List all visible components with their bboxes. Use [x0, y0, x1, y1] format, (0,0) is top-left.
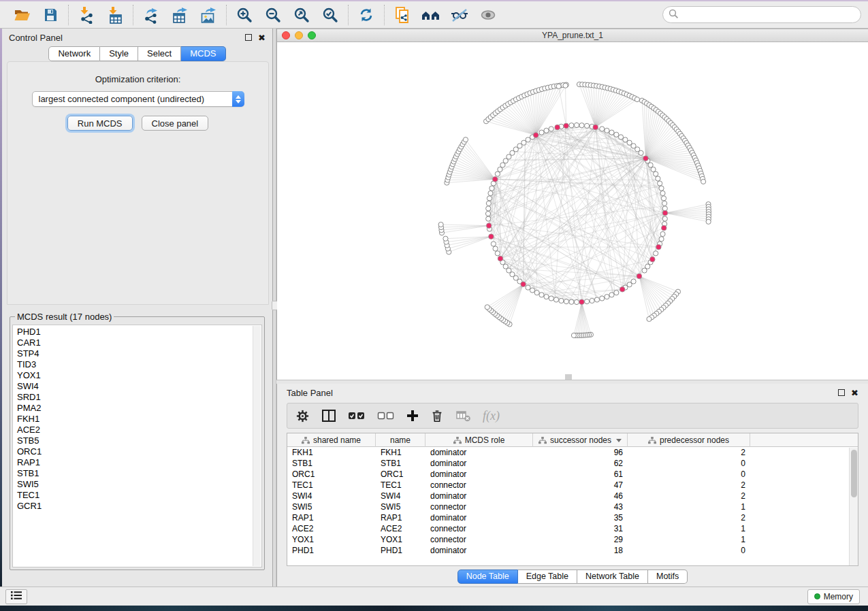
table-cell[interactable]: 1	[628, 535, 750, 544]
table-cell[interactable]: TEC1	[287, 480, 376, 490]
tab-network[interactable]: Network	[48, 46, 100, 61]
mcds-result-item[interactable]: TEC1	[17, 490, 261, 501]
mcds-result-item[interactable]: SWI5	[17, 479, 261, 490]
network-node[interactable]	[584, 123, 589, 128]
network-node[interactable]	[526, 137, 530, 142]
network-hub-node[interactable]	[486, 223, 492, 229]
mcds-result-item[interactable]: SWI4	[17, 381, 261, 392]
network-node[interactable]	[574, 299, 579, 304]
network-node[interactable]	[634, 97, 639, 101]
network-hub-node[interactable]	[620, 287, 625, 293]
network-hub-node[interactable]	[521, 282, 526, 287]
network-node[interactable]	[618, 135, 623, 139]
network-node[interactable]	[642, 268, 647, 273]
network-hub-node[interactable]	[656, 244, 662, 250]
add-column-icon[interactable]	[406, 410, 419, 422]
network-hub-node[interactable]	[661, 225, 666, 231]
network-node[interactable]	[486, 216, 491, 221]
network-node[interactable]	[549, 296, 553, 301]
table-row[interactable]: ACE2ACE2connector311	[287, 523, 858, 534]
table-cell[interactable]: TEC1	[376, 480, 425, 490]
run-mcds-button[interactable]: Run MCDS	[67, 116, 133, 131]
network-node[interactable]	[623, 137, 628, 142]
network-node[interactable]	[609, 130, 614, 135]
network-node[interactable]	[503, 264, 508, 269]
network-node[interactable]	[614, 291, 619, 295]
vertical-splitter[interactable]	[272, 29, 276, 587]
select-all-columns-icon[interactable]	[348, 411, 366, 420]
tab-select[interactable]: Select	[138, 46, 181, 61]
deselect-all-columns-icon[interactable]	[377, 411, 395, 420]
tab-motifs[interactable]: Motifs	[648, 569, 688, 584]
optimization-criterion-select[interactable]: largest connected component (undirected)	[32, 91, 244, 107]
network-from-selection-button[interactable]	[391, 5, 414, 25]
table-scrollbar-thumb[interactable]	[851, 450, 857, 497]
table-row[interactable]: TEC1TEC1connector472	[287, 480, 858, 491]
network-hub-node[interactable]	[650, 257, 656, 262]
network-node[interactable]	[556, 84, 561, 88]
hide-selected-button[interactable]	[448, 5, 471, 25]
table-cell[interactable]: PHD1	[376, 546, 425, 555]
network-node[interactable]	[648, 163, 653, 167]
memory-button[interactable]: Memory	[807, 589, 860, 604]
network-node[interactable]	[662, 216, 667, 221]
tab-style[interactable]: Style	[100, 46, 138, 61]
table-cell[interactable]: STB1	[376, 459, 425, 468]
table-cell[interactable]: 31	[533, 524, 628, 533]
network-node[interactable]	[544, 128, 549, 133]
show-all-button[interactable]	[477, 5, 500, 25]
network-hub-node[interactable]	[579, 299, 585, 305]
network-node[interactable]	[569, 299, 574, 304]
table-row[interactable]: RAP1RAP1dominator352	[287, 512, 858, 523]
network-hub-node[interactable]	[643, 156, 649, 161]
network-node[interactable]	[486, 206, 491, 211]
network-node[interactable]	[706, 219, 711, 224]
table-cell[interactable]: connector	[425, 480, 533, 490]
network-node[interactable]	[564, 299, 568, 304]
network-node[interactable]	[493, 246, 498, 251]
table-cell[interactable]: connector	[425, 535, 533, 544]
network-node[interactable]	[498, 167, 502, 171]
network-node[interactable]	[487, 196, 492, 201]
network-node[interactable]	[463, 137, 468, 142]
network-node[interactable]	[658, 181, 662, 186]
mcds-list-scrollbar[interactable]	[253, 326, 261, 566]
table-cell[interactable]: ACE2	[376, 524, 425, 533]
network-node[interactable]	[654, 171, 658, 176]
network-node[interactable]	[659, 186, 664, 191]
table-cell[interactable]: dominator	[425, 546, 533, 555]
network-node[interactable]	[579, 123, 584, 128]
table-row[interactable]: STB1STB1dominator620	[287, 458, 858, 469]
mcds-result-item[interactable]: RAP1	[17, 457, 261, 468]
network-node[interactable]	[654, 251, 658, 256]
delete-table-icon[interactable]	[455, 409, 471, 423]
table-cell[interactable]: YOX1	[287, 535, 376, 544]
network-node[interactable]	[662, 201, 667, 205]
table-row[interactable]: ORC1ORC1dominator610	[287, 469, 858, 480]
network-node[interactable]	[443, 236, 448, 241]
table-cell[interactable]: 43	[533, 502, 628, 512]
mcds-result-item[interactable]: STB1	[17, 468, 261, 479]
table-cell[interactable]: FKH1	[376, 448, 425, 457]
mcds-result-item[interactable]: STP4	[17, 348, 261, 359]
network-node[interactable]	[594, 297, 599, 302]
open-file-button[interactable]	[10, 5, 33, 25]
network-node[interactable]	[651, 167, 656, 171]
network-node[interactable]	[534, 291, 539, 295]
tab-edge-table[interactable]: Edge Table	[518, 569, 577, 584]
network-node[interactable]	[559, 298, 564, 303]
network-node[interactable]	[614, 132, 619, 137]
table-cell[interactable]: dominator	[425, 469, 533, 479]
mcds-result-item[interactable]: FKH1	[17, 414, 261, 425]
column-header-name[interactable]: name	[376, 433, 425, 447]
network-node[interactable]	[571, 333, 576, 337]
table-cell[interactable]: dominator	[425, 513, 533, 523]
network-hub-node[interactable]	[637, 274, 642, 279]
mcds-result-item[interactable]: GCR1	[17, 501, 261, 512]
mcds-result-item[interactable]: SRD1	[17, 392, 261, 403]
table-cell[interactable]: 96	[533, 448, 628, 457]
table-cell[interactable]: 0	[628, 469, 750, 479]
zoom-out-button[interactable]	[261, 5, 285, 25]
mcds-result-item[interactable]: YOX1	[17, 370, 261, 381]
network-node[interactable]	[574, 122, 579, 127]
